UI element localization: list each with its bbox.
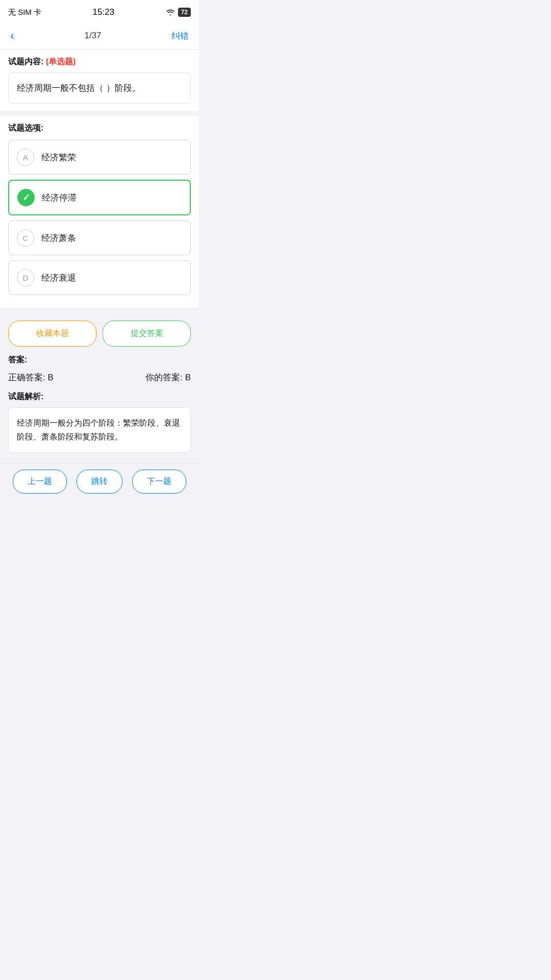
question-text: 经济周期一般不包括（ ）阶段。: [8, 72, 191, 104]
collect-button[interactable]: 收藏本题: [8, 321, 96, 347]
main-content: 试题内容: (单选题) 经济周期一般不包括（ ）阶段。 试题选项: A 经济繁荣…: [0, 50, 199, 458]
question-label: 试题内容: (单选题): [8, 57, 191, 67]
analysis-label: 试题解析:: [8, 391, 191, 402]
wifi-icon: [166, 9, 175, 16]
option-b[interactable]: ✓ 经济停滞: [8, 180, 191, 215]
correction-button[interactable]: 纠错: [171, 30, 189, 42]
jump-button[interactable]: 跳转: [77, 470, 122, 494]
option-a-text: 经济繁荣: [41, 152, 76, 163]
options-label: 试题选项:: [8, 123, 191, 134]
bottom-nav: 上一题 跳转 下一题: [0, 463, 199, 504]
option-a[interactable]: A 经济繁荣: [8, 140, 191, 175]
nav-bar: ‹ 1/37 纠错: [0, 22, 199, 50]
prev-button[interactable]: 上一题: [13, 470, 67, 494]
time-label: 15:23: [93, 7, 115, 17]
option-b-circle: ✓: [17, 189, 35, 206]
option-c[interactable]: C 经济萧条: [8, 220, 191, 255]
submit-button[interactable]: 提交答案: [103, 321, 191, 347]
answer-label: 答案:: [8, 355, 191, 365]
option-d-text: 经济衰退: [41, 272, 76, 284]
my-answer: 你的答案: B: [145, 372, 191, 383]
option-a-circle: A: [17, 149, 34, 166]
option-c-text: 经济萧条: [41, 232, 76, 244]
next-button[interactable]: 下一题: [132, 470, 186, 494]
option-d[interactable]: D 经济衰退: [8, 260, 191, 295]
option-b-text: 经济停滞: [42, 192, 77, 204]
status-right-icons: 72: [166, 8, 191, 17]
back-button[interactable]: ‹: [10, 29, 14, 43]
action-section: 收藏本题 提交答案: [0, 312, 199, 355]
question-type-badge: (单选题): [46, 57, 76, 66]
battery-label: 72: [178, 8, 191, 17]
analysis-text: 经济周期一般分为四个阶段：繁荣阶段、衰退阶段、萧条阶段和复苏阶段。: [8, 407, 191, 452]
option-d-circle: D: [17, 269, 34, 286]
answer-section: 答案: 正确答案: B 你的答案: B 试题解析: 经济周期一般分为四个阶段：繁…: [0, 355, 199, 457]
question-section: 试题内容: (单选题) 经济周期一般不包括（ ）阶段。: [0, 50, 199, 111]
progress-label: 1/37: [84, 31, 101, 41]
correct-answer: 正确答案: B: [8, 372, 54, 383]
option-c-circle: C: [17, 229, 34, 247]
status-bar: 无 SIM 卡 15:23 72: [0, 0, 199, 22]
options-section: 试题选项: A 经济繁荣 ✓ 经济停滞 C 经济萧条 D: [0, 116, 199, 307]
carrier-label: 无 SIM 卡: [8, 8, 41, 17]
answer-row: 正确答案: B 你的答案: B: [8, 372, 191, 383]
